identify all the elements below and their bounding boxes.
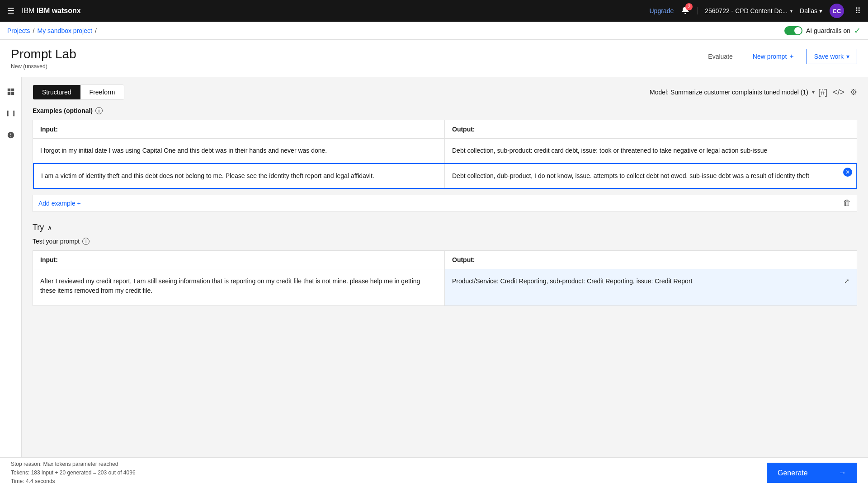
breadcrumb-projects[interactable]: Projects [7,27,30,34]
region-name: Dallas [800,7,817,14]
breadcrumb-bar: Projects / My sandbox project / AI guard… [0,22,868,40]
tab-freeform[interactable]: Freeform [80,85,124,99]
tokens-info: Tokens: 183 input + 20 generated = 203 o… [11,469,136,477]
example-row1-output[interactable]: Debt collection, sub-product: credit car… [445,139,857,163]
tab-structured[interactable]: Structured [33,85,80,99]
hamburger-menu[interactable]: ☰ [7,6,14,16]
sidebar [0,77,22,488]
new-prompt-button[interactable]: New prompt + [745,49,801,64]
generate-button[interactable]: Generate → [767,463,857,483]
topnav-right: Upgrade 2 2560722 - CPD Content De... ▾ … [650,4,861,18]
examples-info-icon[interactable]: i [95,107,103,114]
examples-label: Examples (optional) i [33,107,857,114]
try-collapse-icon[interactable]: ∧ [47,224,52,231]
try-expand-icon[interactable]: ⤢ [844,277,849,286]
breadcrumb-sep1: / [33,27,35,34]
svg-rect-3 [11,92,14,95]
top-navigation: ☰ IBM IBM watsonx Upgrade 2 2560722 - CP… [0,0,868,22]
save-work-caret-icon: ▾ [846,53,849,60]
sidebar-icon-history[interactable] [2,126,20,144]
time-info: Time: 4.4 seconds [11,477,136,486]
input-header: Input: [33,120,445,138]
test-prompt-label: Test your prompt i [33,238,857,245]
page-header-top: Prompt Lab New (unsaved) Evaluate New pr… [11,47,857,77]
model-caret-icon: ▾ [812,89,815,95]
row-close-button[interactable]: ✕ [843,168,852,177]
add-example-button[interactable]: Add example + [38,200,81,207]
examples-table: Input: Output: I forgot in my initial da… [33,120,857,189]
try-input-header: Input: [33,251,445,269]
example-row2-input[interactable]: I am a victim of identity theft and this… [34,164,445,188]
evaluate-button[interactable]: Evaluate [701,49,740,64]
guardrails-toggle: AI guardrails on ✓ [784,26,861,36]
region-selector[interactable]: Dallas ▾ [800,7,822,14]
toolbar-icons: [#] </> ⚙ [818,87,857,97]
stop-reason: Stop reason: Max tokens parameter reache… [11,460,136,469]
guardrails-label: AI guardrails on [806,27,850,34]
sidebar-icon-brackets[interactable] [2,104,20,122]
try-output-header: Output: [445,251,857,269]
breadcrumb-sandbox[interactable]: My sandbox project [37,27,92,34]
guardrails-switch[interactable] [784,26,802,35]
embed-icon[interactable]: </> [833,88,844,97]
generate-arrow-icon: → [838,468,846,478]
svg-rect-2 [7,92,10,95]
save-work-button[interactable]: Save work ▾ [807,49,857,64]
page-actions: Evaluate New prompt + Save work ▾ [701,47,857,64]
example-row2-output[interactable]: Debt collection, dub-product, I do not k… [445,164,856,188]
try-table-header: Input: Output: [33,251,857,269]
try-header: Try ∧ [33,223,857,232]
example-row1-input[interactable]: I forgot in my initial date I was using … [33,139,445,163]
try-output-cell: ⤢ Product/Service: Credit Reporting, sub… [445,269,857,305]
breadcrumb-sep2: / [95,27,97,34]
table-row: I am a victim of identity theft and this… [33,163,857,189]
table-header: Input: Output: [33,120,857,139]
try-section: Try ∧ Test your prompt i Input: Output: … [33,223,857,306]
output-header: Output: [445,120,857,138]
notifications-bell[interactable]: 2 [681,6,690,16]
page-title-group: Prompt Lab New (unsaved) [11,47,76,77]
account-selector[interactable]: 2560722 - CPD Content De... ▾ [697,7,793,14]
add-example-row: Add example + 🗑 [33,195,857,212]
avatar[interactable]: CC [830,4,844,18]
brand-logo: IBM IBM watsonx [22,7,642,15]
content-area: Structured Freeform Model: Summarize cus… [22,77,868,488]
table-row: I forgot in my initial date I was using … [33,139,857,163]
upgrade-link[interactable]: Upgrade [650,7,674,14]
plus-icon: + [789,52,793,61]
tab-group: Structured Freeform [33,84,124,100]
account-name: 2560722 - CPD Content De... [705,7,788,14]
guardrails-check-icon: ✓ [854,26,861,36]
examples-section: Examples (optional) i Input: Output: I f… [33,107,857,212]
page-header: Prompt Lab New (unsaved) Evaluate New pr… [0,40,868,77]
main-layout: Structured Freeform Model: Summarize cus… [0,77,868,488]
svg-rect-1 [11,89,14,91]
more-options-icon[interactable]: ⠿ [855,6,861,16]
mode-tabs: Structured Freeform Model: Summarize cus… [33,84,857,100]
settings-sliders-icon[interactable]: ⚙ [850,87,857,97]
test-prompt-info-icon[interactable]: i [82,238,90,245]
try-table: Input: Output: After I reviewed my credi… [33,250,857,306]
page-subtitle: New (unsaved) [11,63,76,77]
model-name: Model: Summarize customer complaints tun… [650,89,808,96]
toggle-knob [794,27,802,34]
stop-info: Stop reason: Max tokens parameter reache… [11,460,136,486]
try-table-row: After I reviewed my credit report, I am … [33,269,857,305]
model-selector[interactable]: Model: Summarize customer complaints tun… [650,89,815,96]
try-input-cell[interactable]: After I reviewed my credit report, I am … [33,269,445,305]
region-caret: ▾ [819,7,822,14]
sidebar-icon-panel[interactable] [2,83,20,101]
account-caret: ▾ [790,9,793,14]
page-title: Prompt Lab [11,47,76,61]
breadcrumb: Projects / My sandbox project / [7,27,97,34]
notification-badge: 2 [685,3,693,10]
code-icon[interactable]: [#] [818,88,827,97]
right-toolbar: Model: Summarize customer complaints tun… [650,87,857,97]
try-title: Try [33,223,44,232]
delete-examples-icon[interactable]: 🗑 [843,198,851,208]
svg-rect-0 [7,89,10,91]
bottom-bar: Stop reason: Max tokens parameter reache… [0,457,868,488]
